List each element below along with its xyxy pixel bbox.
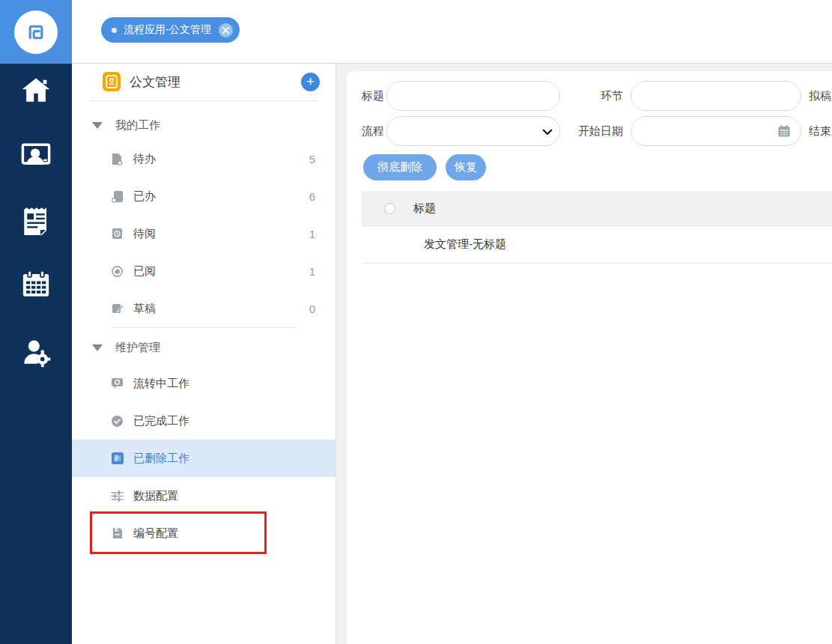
- filter-flow-label: 流程: [347, 116, 384, 146]
- divider: [111, 327, 297, 328]
- doc-clock-icon: [111, 227, 124, 240]
- purge-button[interactable]: 彻底删除: [363, 154, 437, 180]
- rail-home-icon[interactable]: [0, 73, 72, 109]
- panel-gutter: [336, 64, 346, 644]
- step-input[interactable]: [631, 81, 801, 111]
- done-doc-icon: [111, 189, 124, 203]
- module-title: 公文管理: [130, 73, 180, 91]
- tab-active-dot-icon: [112, 28, 117, 33]
- group-maintenance[interactable]: 维护管理: [72, 336, 335, 359]
- content-card: 标题 环节 拟稿人 流程 开始日期 结束日期 彻底删除 恢复 标题 发文管理-无…: [347, 71, 832, 644]
- chevron-down-icon[interactable]: [541, 125, 554, 139]
- flow-select[interactable]: [386, 116, 560, 146]
- table-header: 标题: [362, 191, 832, 226]
- tab-close-icon[interactable]: [219, 23, 233, 37]
- sidebar-item-read[interactable]: 已阅 1: [72, 252, 335, 290]
- check-circle-icon: [111, 414, 124, 428]
- filter-start-date-label: 开始日期: [564, 116, 623, 146]
- rail-user-settings-icon[interactable]: [0, 334, 72, 370]
- delete-badge-icon: 删: [111, 452, 124, 465]
- count-badge: 1: [309, 265, 315, 278]
- sidebar-item-deleted[interactable]: 删 已删除工作: [72, 440, 335, 477]
- count-badge: 5: [309, 153, 315, 165]
- filter-title-label: 标题: [347, 81, 384, 111]
- todo-doc-icon: [111, 152, 124, 165]
- restore-button[interactable]: 恢复: [446, 154, 486, 180]
- primary-sidebar: [0, 64, 72, 644]
- gongwen-app-icon: [103, 72, 121, 91]
- count-badge: 6: [309, 190, 315, 203]
- add-button[interactable]: +: [301, 73, 320, 91]
- sidebar-item-numbering-config[interactable]: 编号配置: [72, 514, 335, 552]
- flow-bubble-icon: [111, 377, 124, 390]
- module-sidebar: 公文管理 + 我的工作 待办 5 已办 6 待阅 1 已阅 1: [72, 64, 336, 644]
- title-input[interactable]: [386, 81, 560, 111]
- eye-icon: [111, 264, 124, 278]
- sidebar-item-in-flow[interactable]: 流转中工作: [72, 365, 335, 402]
- calendar-icon[interactable]: [777, 124, 791, 138]
- rail-news-icon[interactable]: [0, 201, 72, 237]
- sidebar-item-done[interactable]: 已办 6: [72, 177, 335, 215]
- start-date-input[interactable]: [631, 116, 801, 146]
- count-badge: 1: [309, 228, 315, 240]
- filter-drafter-label: 拟稿人: [809, 81, 832, 111]
- sidebar-item-draft[interactable]: 草稿 0: [72, 290, 335, 327]
- notebook-icon: [111, 526, 124, 540]
- rail-user-monitor-icon[interactable]: [0, 138, 72, 174]
- chevron-down-icon: [92, 344, 103, 351]
- sidebar-item-completed[interactable]: 已完成工作: [72, 402, 335, 440]
- table-row[interactable]: 发文管理-无标题: [362, 226, 832, 264]
- count-badge: 0: [309, 303, 315, 315]
- sidebar-item-to-read[interactable]: 待阅 1: [72, 215, 335, 252]
- open-tab-pill[interactable]: 流程应用-公文管理: [101, 17, 240, 43]
- row-title: 发文管理-无标题: [424, 237, 506, 252]
- app-logo-icon: [14, 10, 58, 54]
- filter-step-label: 环节: [564, 81, 623, 111]
- table-header-title: 标题: [413, 201, 436, 216]
- sidebar-item-data-config[interactable]: 数据配置: [72, 477, 335, 514]
- select-all-radio[interactable]: [384, 203, 395, 214]
- sliders-icon: [111, 489, 124, 502]
- sidebar-item-todo[interactable]: 待办 5: [72, 140, 335, 177]
- divider: [91, 100, 317, 101]
- filter-end-date-label: 结束日期: [809, 116, 832, 146]
- chevron-down-icon: [92, 122, 103, 129]
- tab-label: 流程应用-公文管理: [124, 23, 211, 37]
- group-my-work[interactable]: 我的工作: [72, 114, 335, 136]
- main-area: 标题 环节 拟稿人 流程 开始日期 结束日期 彻底删除 恢复 标题 发文管理-无…: [346, 64, 832, 644]
- app-logo-block[interactable]: [0, 0, 72, 64]
- rail-calendar-icon[interactable]: [0, 266, 72, 302]
- top-tab-bar: 流程应用-公文管理: [72, 0, 832, 64]
- draft-edit-icon: [111, 302, 124, 315]
